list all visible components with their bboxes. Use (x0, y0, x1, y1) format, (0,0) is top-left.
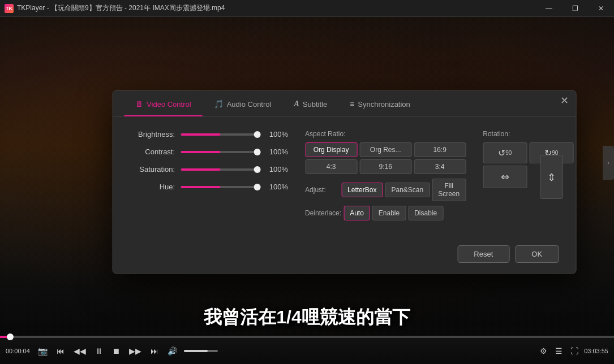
aspect-section: Aspect Ratio: Org Display Org Res... 16:… (305, 130, 466, 225)
aspect-9-16[interactable]: 9:16 (359, 159, 411, 174)
minimize-button[interactable]: — (536, 0, 562, 17)
progress-fill (0, 336, 10, 338)
fullscreen-button[interactable]: ⛶ (568, 345, 581, 357)
hue-value: 100% (265, 183, 288, 191)
adjust-letterbox[interactable]: LetterBox (341, 183, 383, 197)
hue-row: Hue: 100% (130, 183, 288, 191)
deinterlace-label: Deinterlace: (305, 209, 341, 217)
titlebar-controls: — ❐ ✕ (536, 0, 614, 16)
brightness-value: 100% (265, 130, 288, 138)
subtitle-text: 我曾活在1/4哩競速的當下 (0, 305, 614, 330)
playlist-button[interactable]: ☰ (553, 345, 565, 357)
stop-button[interactable]: ⏹ (110, 345, 122, 357)
dialog-body: Brightness: 100% Contrast: 100% (113, 116, 576, 239)
progress-bar[interactable] (0, 336, 614, 338)
saturation-row: Saturation: 100% (130, 165, 288, 174)
hue-fill (181, 186, 220, 188)
audio-control-icon: 🎵 (214, 99, 224, 109)
volume-button[interactable]: 🔊 (165, 345, 179, 357)
dialog-footer: Reset OK (113, 239, 576, 273)
hue-label: Hue: (130, 183, 175, 191)
saturation-label: Saturation: (130, 165, 175, 174)
tab-subtitle[interactable]: A Subtitle (282, 92, 338, 116)
video-control-icon: 🖥 (135, 99, 143, 109)
time-current: 00:00:04 (6, 348, 31, 354)
hue-thumb (254, 184, 260, 190)
step-back-button[interactable]: ◀◀ (71, 345, 88, 357)
brightness-slider[interactable] (181, 133, 260, 136)
restore-button[interactable]: ❐ (562, 0, 588, 17)
app-icon: TK (5, 4, 14, 13)
aspect-org-display[interactable]: Org Display (305, 142, 357, 157)
time-total: 03:03:55 (584, 348, 608, 354)
aspect-16-9[interactable]: 16:9 (414, 142, 466, 157)
bottom-controls: 00:00:04 📷 ⏮ ◀◀ ⏸ ⏹ ▶▶ ⏭ 🔊 ⚙ ☰ ⛶ 03:03:5… (0, 336, 614, 364)
contrast-row: Contrast: 100% (130, 148, 288, 156)
aspect-org-res[interactable]: Org Res... (359, 142, 411, 157)
saturation-fill (181, 168, 220, 171)
dialog-tabs: 🖥 Video Control 🎵 Audio Control A Subtit… (113, 91, 576, 116)
rotation-grid: ↺90 ↻90 ⇔ ⇔ (483, 142, 573, 188)
deinterlace-enable[interactable]: Enable (372, 206, 406, 220)
contrast-fill (181, 151, 220, 153)
volume-slider[interactable] (184, 350, 218, 352)
hue-slider[interactable] (181, 186, 260, 188)
slider-section: Brightness: 100% Contrast: 100% (130, 130, 288, 225)
adjust-label: Adjust: (305, 186, 339, 194)
contrast-label: Contrast: (130, 148, 175, 156)
deinterlace-row: Deinterlace: Auto Enable Disable (305, 206, 466, 220)
saturation-value: 100% (265, 165, 288, 174)
titlebar-left: TK TKPlayer - 【玩命關頭9】官方預告 - 2021年 IMAX同步… (0, 3, 225, 13)
tab-audio-control[interactable]: 🎵 Audio Control (203, 92, 283, 116)
volume-fill (184, 350, 208, 352)
brightness-row: Brightness: 100% (130, 130, 288, 138)
contrast-thumb (254, 149, 260, 155)
window-title: TKPlayer - 【玩命關頭9】官方預告 - 2021年 IMAX同步震撼登… (17, 3, 225, 13)
rotation-section: Rotation: ↺90 ↻90 ⇔ ⇔ (483, 130, 573, 225)
brightness-thumb (254, 131, 260, 138)
flip-vertical-button[interactable]: ⇔ (540, 155, 563, 199)
aspect-4-3[interactable]: 4:3 (305, 159, 357, 174)
step-fwd-button[interactable]: ▶▶ (127, 345, 144, 357)
adjust-panscan[interactable]: Pan&Scan (385, 183, 430, 197)
tab-audio-label: Audio Control (227, 100, 272, 109)
tab-subtitle-label: Subtitle (303, 100, 327, 109)
tab-video-label: Video Control (147, 100, 191, 109)
contrast-slider[interactable] (181, 151, 260, 153)
close-button[interactable]: ✕ (588, 0, 614, 17)
aspect-3-4[interactable]: 3:4 (414, 159, 466, 174)
controls-row: 00:00:04 📷 ⏮ ◀◀ ⏸ ⏹ ▶▶ ⏭ 🔊 ⚙ ☰ ⛶ 03:03:5… (0, 338, 614, 364)
tab-sync-label: Synchronization (358, 100, 410, 109)
titlebar: TK TKPlayer - 【玩命關頭9】官方預告 - 2021年 IMAX同步… (0, 0, 614, 17)
video-control-dialog: ✕ 🖥 Video Control 🎵 Audio Control A Subt… (112, 90, 576, 274)
settings-button[interactable]: ⚙ (538, 345, 549, 357)
dialog-close-button[interactable]: ✕ (560, 96, 569, 106)
brightness-label: Brightness: (130, 130, 175, 138)
right-controls: ⚙ ☰ ⛶ 03:03:55 (538, 345, 608, 357)
flip-horizontal-button[interactable]: ⇔ (483, 166, 527, 188)
subtitle-icon: A (294, 99, 299, 109)
tab-synchronization[interactable]: ≡ Synchronization (338, 92, 422, 116)
ok-button[interactable]: OK (515, 245, 559, 263)
deinterlace-auto[interactable]: Auto (344, 206, 370, 220)
adjust-fillscreen[interactable]: Fill Screen (432, 179, 466, 201)
brightness-fill (181, 133, 220, 136)
adjust-row: Adjust: LetterBox Pan&Scan Fill Screen (305, 179, 466, 201)
deinterlace-disable[interactable]: Disable (408, 206, 443, 220)
pause-button[interactable]: ⏸ (93, 345, 105, 357)
sync-icon: ≡ (350, 99, 354, 109)
saturation-slider[interactable] (181, 168, 260, 171)
rotation-label: Rotation: (483, 130, 573, 138)
prev-button[interactable]: ⏮ (54, 345, 67, 357)
aspect-ratio-label: Aspect Ratio: (305, 130, 466, 138)
tab-video-control[interactable]: 🖥 Video Control (124, 92, 203, 116)
reset-button[interactable]: Reset (457, 245, 509, 263)
aspect-ratio-grid: Org Display Org Res... 16:9 4:3 9:16 3:4 (305, 142, 466, 174)
edge-icon: › (607, 159, 609, 167)
edge-handle[interactable]: › (603, 146, 614, 180)
saturation-thumb (254, 166, 260, 173)
screenshot-button[interactable]: 📷 (36, 345, 50, 357)
rotate-ccw-button[interactable]: ↺90 (483, 142, 527, 163)
contrast-value: 100% (265, 148, 288, 156)
next-button[interactable]: ⏭ (148, 345, 161, 357)
